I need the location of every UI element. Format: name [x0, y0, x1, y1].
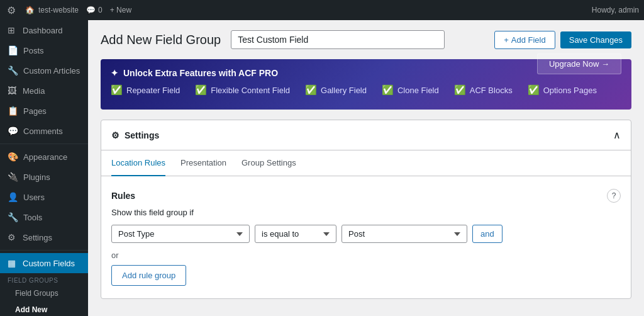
sidebar-item-settings[interactable]: ⚙ Settings	[0, 227, 88, 247]
check-icon-4: ✅	[382, 84, 394, 96]
sidebar-sub-field-groups[interactable]: Field Groups	[0, 285, 88, 302]
page-title: Add New Field Group	[101, 33, 221, 47]
operator-select[interactable]: is equal to	[255, 225, 336, 243]
settings-header: ⚙ Settings ∧	[101, 120, 631, 150]
howdy-text: Howdy, admin	[592, 6, 639, 14]
condition-select[interactable]: Post Type	[111, 225, 250, 243]
pages-icon: 📋	[8, 106, 18, 116]
sidebar-item-comments[interactable]: 💬 Comments	[0, 121, 88, 141]
sidebar-item-custom-fields[interactable]: ▦ Custom Fields	[0, 253, 88, 273]
dashboard-icon: ⊞	[8, 25, 18, 35]
acf-icon: ✦	[111, 68, 118, 78]
collapse-button[interactable]: ∧	[613, 129, 621, 141]
comments-icon: 💬	[8, 126, 18, 136]
plus-icon: +	[504, 35, 509, 45]
settings-panel: ⚙ Settings ∧ Location Rules Presentation…	[101, 120, 631, 299]
settings-title: ⚙ Settings	[111, 130, 159, 140]
sidebar-item-dashboard[interactable]: ⊞ Dashboard	[0, 20, 88, 40]
media-icon: 🖼	[8, 86, 18, 96]
settings-content: Rules ? Show this field group if Post Ty…	[101, 176, 631, 298]
appearance-icon: 🎨	[8, 152, 18, 162]
tab-location-rules[interactable]: Location Rules	[111, 150, 165, 176]
promo-banner: ✦ Unlock Extra Features with ACF PRO Upg…	[101, 59, 631, 110]
feature-clone: ✅ Clone Field	[382, 84, 439, 96]
home-icon: 🏠	[25, 6, 35, 14]
check-icon-5: ✅	[454, 84, 466, 96]
check-icon-6: ✅	[528, 84, 540, 96]
rules-header: Rules ?	[111, 189, 621, 203]
custom-fields-icon: ▦	[8, 258, 18, 268]
show-label: Show this field group if	[111, 208, 621, 217]
sidebar-item-appearance[interactable]: 🎨 Appearance	[0, 147, 88, 167]
feature-options: ✅ Options Pages	[528, 84, 597, 96]
settings-gear-icon: ⚙	[111, 130, 119, 140]
settings-tabs: Location Rules Presentation Group Settin…	[101, 150, 631, 176]
users-icon: 👤	[8, 192, 18, 202]
sidebar: ⊞ Dashboard 📄 Posts 🔧 Custom Articles 🖼 …	[0, 20, 88, 316]
sidebar-divider-2	[0, 250, 88, 251]
check-icon-1: ✅	[111, 84, 123, 96]
sidebar-divider-1	[0, 144, 88, 144]
rules-label: Rules	[111, 191, 135, 201]
sidebar-item-tools[interactable]: 🔧 Tools	[0, 207, 88, 227]
custom-articles-icon: 🔧	[8, 65, 18, 76]
value-select[interactable]: Post	[341, 225, 467, 243]
upgrade-button[interactable]: Upgrade Now →	[537, 54, 621, 74]
comment-icon: 💬	[86, 6, 96, 14]
tab-presentation[interactable]: Presentation	[180, 150, 226, 176]
wp-logo[interactable]: ⚙	[5, 4, 18, 16]
help-icon[interactable]: ?	[607, 189, 621, 203]
add-rule-group-button[interactable]: Add rule group	[111, 265, 186, 286]
promo-title: ✦ Unlock Extra Features with ACF PRO Upg…	[111, 68, 621, 78]
sidebar-item-custom-articles[interactable]: 🔧 Custom Articles	[0, 60, 88, 81]
settings-icon: ⚙	[8, 232, 18, 242]
and-button[interactable]: and	[472, 225, 502, 243]
posts-icon: 📄	[8, 45, 18, 55]
plugins-icon: 🔌	[8, 172, 18, 182]
sidebar-item-posts[interactable]: 📄 Posts	[0, 40, 88, 60]
sidebar-item-users[interactable]: 👤 Users	[0, 187, 88, 207]
add-field-button[interactable]: + Add Field	[494, 31, 555, 49]
promo-features: ✅ Repeater Field ✅ Flexible Content Fiel…	[111, 84, 621, 96]
admin-bar: ⚙ 🏠 test-website 💬 0 + New Howdy, admin	[0, 0, 644, 20]
header-actions: + Add Field Save Changes	[494, 31, 631, 49]
or-label: or	[111, 251, 621, 260]
wp-layout: ⊞ Dashboard 📄 Posts 🔧 Custom Articles 🖼 …	[0, 20, 644, 316]
sidebar-item-pages[interactable]: 📋 Pages	[0, 101, 88, 121]
page-header: Add New Field Group + Add Field Save Cha…	[101, 30, 631, 49]
check-icon-2: ✅	[195, 84, 207, 96]
new-button[interactable]: + New	[110, 6, 131, 14]
sidebar-item-media[interactable]: 🖼 Media	[0, 81, 88, 101]
feature-flexible: ✅ Flexible Content Field	[195, 84, 290, 96]
feature-gallery: ✅ Gallery Field	[305, 84, 367, 96]
field-group-name-input[interactable]	[231, 30, 445, 49]
feature-repeater: ✅ Repeater Field	[111, 84, 180, 96]
sidebar-item-plugins[interactable]: 🔌 Plugins	[0, 167, 88, 187]
rule-row: Post Type is equal to Post and	[111, 225, 621, 243]
check-icon-3: ✅	[305, 84, 317, 96]
sidebar-sub-add-new[interactable]: Add New	[0, 302, 88, 316]
sidebar-section-label: Field Groups	[0, 273, 88, 285]
feature-acf-blocks: ✅ ACF Blocks	[454, 84, 513, 96]
main-content: Add New Field Group + Add Field Save Cha…	[88, 20, 644, 316]
tab-group-settings[interactable]: Group Settings	[242, 150, 296, 176]
tools-icon: 🔧	[8, 212, 18, 222]
comments-count[interactable]: 💬 0	[86, 6, 103, 14]
site-name[interactable]: 🏠 test-website	[25, 6, 79, 14]
save-changes-button[interactable]: Save Changes	[560, 31, 631, 48]
